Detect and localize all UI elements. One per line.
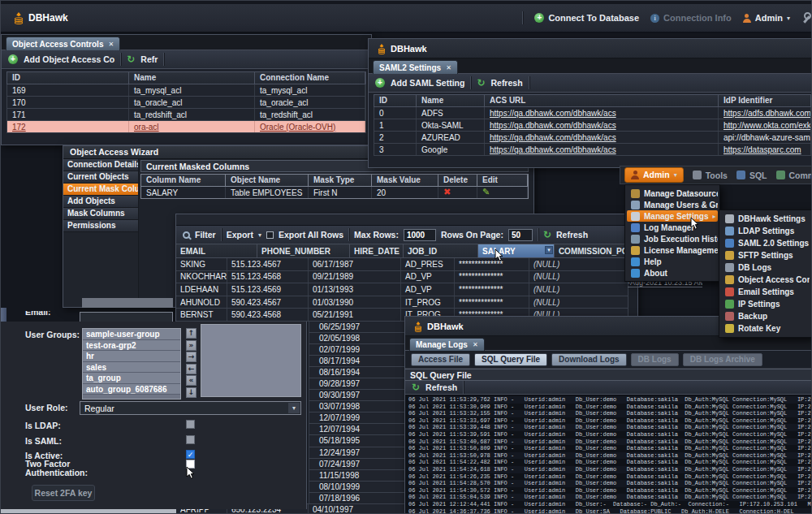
- submenu-item[interactable]: SFTP Settings: [721, 249, 810, 261]
- grid-column-header[interactable]: JOB_ID: [404, 244, 478, 257]
- submenu-item[interactable]: LDAP Settings: [721, 225, 810, 237]
- transfer-arrow-button[interactable]: »: [186, 340, 197, 351]
- table-row[interactable]: 170 ta_oracle_acl ta_oracle_acl: [6, 97, 366, 109]
- add-saml-setting-button[interactable]: Add SAML Setting: [391, 78, 464, 88]
- tab-object-access-controls[interactable]: Object Access Controls: [6, 37, 120, 50]
- two-factor-checkbox[interactable]: [186, 460, 195, 469]
- grid-column-header[interactable]: EMAIL: [176, 244, 257, 257]
- transfer-arrow-button[interactable]: «: [186, 375, 197, 386]
- grid-column-header[interactable]: PHONE_NUMBER: [257, 244, 350, 257]
- transfer-arrow-button[interactable]: →: [186, 352, 197, 362]
- cell-idp-identifier[interactable]: https://adfs.dbhawk.com/adfs/s: [719, 107, 811, 119]
- is-saml-checkbox[interactable]: [186, 435, 195, 444]
- table-row[interactable]: 169 ta_mysql_acl ta_mysql_acl: [6, 84, 366, 97]
- close-icon[interactable]: [108, 41, 114, 48]
- menu-item[interactable]: Job Execution History: [627, 233, 718, 244]
- column-header-id[interactable]: ID: [7, 72, 129, 84]
- refresh-button[interactable]: Refresh: [556, 230, 588, 240]
- grid-column-header[interactable]: SALARY: [478, 244, 555, 257]
- max-rows-input[interactable]: [404, 229, 436, 241]
- wrench-icon[interactable]: [801, 13, 810, 23]
- cell-acs-url-link[interactable]: https://qa.dbhawk.com/dbhawk/acs: [485, 144, 719, 155]
- menubar-item[interactable]: Commit: [776, 171, 812, 180]
- grid-column-header[interactable]: HIRE_DATE: [350, 244, 404, 257]
- admin-user-menu-button[interactable]: Admin: [743, 13, 790, 23]
- column-dropdown-icon[interactable]: [545, 246, 553, 254]
- wizard-step[interactable]: Add Objects: [63, 196, 138, 208]
- submenu-item[interactable]: SAML 2.0 Settings: [721, 237, 810, 249]
- column-header-name[interactable]: Name: [417, 95, 485, 106]
- rows-on-page-input[interactable]: [508, 229, 533, 241]
- table-row[interactable]: 2 AZUREAD https://qa.dbhawk.com/dbhawk/a…: [374, 132, 812, 144]
- submenu-item[interactable]: IP Settings: [721, 298, 810, 310]
- assigned-groups-listbox[interactable]: [201, 324, 301, 397]
- tab-saml2-settings[interactable]: SAML2 Settings: [373, 60, 458, 74]
- transfer-arrow-button[interactable]: ↓: [186, 387, 197, 398]
- menu-item[interactable]: Manage Settings: [627, 210, 718, 222]
- list-item[interactable]: ta_group: [83, 373, 180, 384]
- cell-idp-identifier[interactable]: https://datasparc.com: [719, 144, 811, 155]
- transfer-arrow-button[interactable]: ↑: [186, 328, 197, 339]
- column-header-acs-url[interactable]: ACS URL: [485, 95, 719, 106]
- cell-acs-url-link[interactable]: https://qa.dbhawk.com/dbhawk/acs: [485, 119, 719, 131]
- table-row[interactable]: 172 ora-acl Oracle (Oracle-OVH): [6, 121, 366, 133]
- close-icon[interactable]: [473, 341, 478, 348]
- log-type-button[interactable]: DB Logs Archive: [683, 353, 762, 366]
- connection-info-button[interactable]: Connection Info: [650, 13, 732, 23]
- column-header-idp-identifier[interactable]: IdP Identifier: [719, 95, 811, 106]
- edit-pencil-icon[interactable]: [482, 188, 490, 197]
- grid-row[interactable]: NKOCHHAR 515.123.4568 09/21/1989 AD_VP *…: [176, 271, 637, 284]
- menubar-item[interactable]: SQL: [736, 171, 767, 180]
- cell-idp-identifier[interactable]: api://dbhawk-azure-saml: [719, 132, 811, 143]
- menubar-item[interactable]: Tools: [693, 171, 728, 180]
- menu-item[interactable]: Manage Datasources: [627, 188, 718, 199]
- submenu-item[interactable]: DBHawk Settings: [721, 213, 810, 225]
- column-header-name[interactable]: Name: [129, 72, 255, 84]
- list-item[interactable]: test-ora-grp2: [83, 340, 180, 352]
- refresh-button[interactable]: Refr: [140, 54, 158, 64]
- column-header-connection-name[interactable]: Connection Name: [255, 72, 365, 84]
- delete-icon[interactable]: [443, 188, 451, 197]
- log-type-button[interactable]: Download Logs: [551, 353, 626, 366]
- menu-item[interactable]: About: [627, 267, 718, 279]
- wizard-step[interactable]: Current Mask Columns: [63, 184, 138, 196]
- cell-acs-url-link[interactable]: https://qa.dbhawk.com/dbhawk/acs: [485, 107, 719, 119]
- grid-row[interactable]: LDEHAAN 515.123.4569 01/13/1993 AD_VP **…: [176, 283, 637, 296]
- log-type-button[interactable]: DB Logs: [631, 353, 679, 366]
- menu-item[interactable]: License Management: [627, 244, 718, 256]
- user-groups-listbox[interactable]: sample-user-group test-ora-grp2 hr sales…: [82, 328, 181, 400]
- close-icon[interactable]: [446, 64, 451, 71]
- connect-to-database-button[interactable]: Connect To Database: [534, 13, 639, 23]
- filter-button[interactable]: Filter: [195, 230, 216, 240]
- list-item[interactable]: sample-user-group: [83, 329, 180, 340]
- table-row[interactable]: 171 ta_redshift_acl ta_redshift_acl: [6, 109, 366, 121]
- menu-item[interactable]: Log Manager: [627, 222, 718, 233]
- is-ldap-checkbox[interactable]: [186, 420, 195, 429]
- submenu-item[interactable]: Object Access Controls: [721, 274, 810, 286]
- log-type-button[interactable]: SQL Query File: [474, 353, 547, 366]
- chevron-down-icon[interactable]: [258, 231, 261, 239]
- is-active-checkbox[interactable]: [186, 450, 195, 459]
- table-row[interactable]: 1 Okta-SAML https://qa.dbhawk.com/dbhawk…: [374, 119, 812, 132]
- list-item[interactable]: hr: [83, 351, 180, 362]
- user-role-select[interactable]: Regular: [80, 401, 301, 415]
- admin-menu-button[interactable]: Admin: [624, 167, 684, 183]
- submenu-item[interactable]: Rotate Key: [721, 322, 810, 335]
- transfer-arrow-button[interactable]: ←: [186, 364, 197, 374]
- log-type-button[interactable]: Access File: [411, 353, 470, 366]
- wizard-step[interactable]: Connection Details: [63, 159, 138, 171]
- reset-2fa-key-button[interactable]: Reset 2FA key: [32, 485, 95, 501]
- table-row[interactable]: 3 Google https://qa.dbhawk.com/dbhawk/ac…: [374, 144, 812, 156]
- refresh-button[interactable]: Refresh: [425, 382, 457, 392]
- refresh-button[interactable]: Refresh: [490, 78, 522, 88]
- grid-row[interactable]: AHUNOLD 590.423.4567 01/03/1990 IT_PROG …: [176, 296, 637, 309]
- list-item[interactable]: sales: [83, 362, 180, 374]
- submenu-item[interactable]: Email Settings: [721, 286, 810, 298]
- export-button[interactable]: Export: [227, 230, 253, 240]
- menu-item[interactable]: Manage Users & Groups: [627, 199, 718, 210]
- column-header-id[interactable]: ID: [374, 95, 417, 106]
- wizard-step[interactable]: Permissions: [63, 220, 138, 232]
- cell-acs-url-link[interactable]: https://qa.dbhawk.com/dbhawk/acs: [485, 132, 719, 143]
- list-item[interactable]: auto_group_6087686: [83, 384, 180, 395]
- tab-manage-logs[interactable]: Manage Logs: [409, 338, 485, 351]
